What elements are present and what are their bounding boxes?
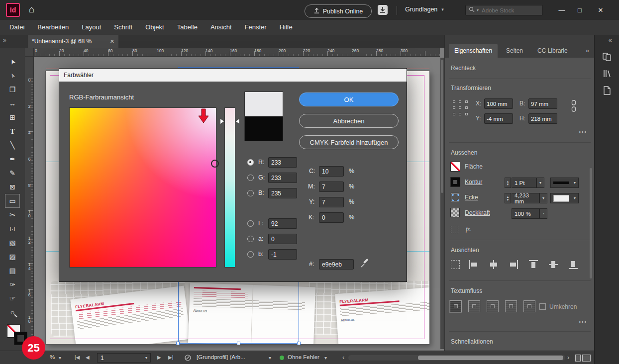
stroke-style-dropdown[interactable]: ▾ [550,178,579,188]
radio-a[interactable] [247,236,254,242]
next-page-button[interactable]: ▶ [157,355,161,360]
ok-button[interactable]: OK [299,92,399,106]
tab-cc-libraries[interactable]: CC Librarie [532,44,573,58]
b-input[interactable] [268,188,297,198]
toolbar-dock-toggle-icon[interactable]: » [3,37,6,44]
opacity-value[interactable]: 100 % [512,208,539,219]
expand-panels-icon[interactable]: « [609,37,612,44]
corner-options-icon[interactable] [451,193,459,201]
note-tool[interactable]: ▤ [5,264,20,277]
document-panel-icon[interactable] [601,85,613,96]
hex-input[interactable] [319,259,354,270]
wrap-bounding-box-icon[interactable] [468,300,480,312]
wrap-object-shape-icon[interactable] [487,300,499,312]
zoom-tool[interactable]: ○ [5,305,20,319]
tab-eigenschaften[interactable]: Eigenschaften [449,44,498,58]
previous-page-button[interactable]: ◀ [86,355,90,360]
l-input[interactable] [268,218,297,229]
menu-item-fenster[interactable]: Fenster [238,20,273,35]
a-input[interactable] [268,234,297,244]
cancel-button[interactable]: Abbrechen [299,114,399,128]
scroll-right-icon[interactable]: › [567,354,569,361]
k-input[interactable] [319,212,344,223]
page-tool[interactable]: ❐ [5,83,20,96]
selection-handle[interactable] [176,342,180,345]
direct-selection-tool[interactable]: ➢ [5,69,20,83]
publish-online-button[interactable]: Publish Online [305,4,372,18]
slider-marker-right[interactable] [236,119,239,124]
slider-marker-left[interactable] [220,119,224,124]
eyedropper-icon[interactable] [360,258,370,270]
stroke-weight-value[interactable]: 1 Pt [512,178,536,188]
x-input[interactable] [484,98,513,109]
align-bottom-icon[interactable] [568,260,578,270]
menu-item-bearbeiten[interactable]: Bearbeiten [31,20,75,35]
menu-item-datei[interactable]: Datei [3,20,31,35]
panel-scrollbar[interactable] [590,168,592,278]
hand-tool[interactable]: ☞ [5,291,20,305]
radio-lab-b[interactable] [247,251,254,258]
add-cmyk-swatch-button[interactable]: CMYK-Farbfeld hinzufügen [299,135,399,149]
corner-radius-value[interactable]: 4,233 mm [512,193,539,203]
opacity-link[interactable]: Deckkraft [465,209,490,216]
pencil-tool[interactable]: ✎ [5,166,20,180]
color-field-cursor[interactable] [211,160,219,168]
search-input[interactable] [481,7,532,14]
radio-b[interactable] [247,190,254,196]
horizontal-scrollbar[interactable] [348,355,565,361]
single-page-view-icon[interactable] [575,355,581,362]
rectangle-tool[interactable]: ▭ [5,194,20,208]
workspace-switcher[interactable]: Grundlagen ▾ [405,6,444,13]
lab-b-input[interactable] [268,249,297,260]
eyedropper-tool[interactable]: ✑ [5,277,20,291]
gradient-swatch-tool[interactable]: ▧ [5,236,20,250]
chevron-down-icon[interactable]: ▾ [324,355,327,361]
corner-style-dropdown[interactable]: ▾ [550,193,579,203]
zoom-level-control[interactable]: % [50,354,55,360]
last-page-button[interactable]: ▶| [168,355,173,360]
maximize-button[interactable]: □ [571,4,588,16]
menu-item-tabelle[interactable]: Tabelle [171,20,204,35]
home-icon[interactable]: ⌂ [29,4,34,15]
radio-r[interactable] [247,159,254,166]
minimize-button[interactable]: — [553,4,570,16]
reference-point-proxy[interactable] [451,98,470,117]
opacity-expand-icon[interactable]: › [539,208,547,219]
scissors-tool[interactable]: ✂ [5,208,20,222]
align-left-icon[interactable] [469,260,479,270]
align-right-icon[interactable] [509,260,518,270]
scrollbar-thumb[interactable] [418,356,563,360]
selection-handle[interactable] [297,342,301,345]
chevron-down-icon[interactable]: ▾ [269,355,271,361]
align-center-v-icon[interactable] [548,260,558,270]
gap-tool[interactable]: ↔ [5,96,20,110]
rectangle-frame-tool[interactable]: ⊠ [5,180,20,194]
stroke-swatch[interactable] [451,178,460,186]
document-tab[interactable]: *Unbenannt-3 @ 68 % ✕ [28,35,118,48]
corner-radius-stepper[interactable]: ▲▼ [505,193,511,203]
y-input[interactable] [484,113,513,124]
y-input[interactable] [319,197,344,207]
selection-tool[interactable]: ➤ [5,55,20,69]
cc-libraries-panel-icon[interactable] [601,68,613,80]
color-field[interactable] [69,107,216,268]
menu-item-layout[interactable]: Layout [75,20,107,35]
fill-swatch[interactable] [451,162,460,171]
menu-item-schrift[interactable]: Schrift [107,20,139,35]
menu-item-hilfe[interactable]: Hilfe [273,20,299,35]
type-tool[interactable]: T [5,124,20,138]
corner-dropdown-icon[interactable]: ▾ [539,193,547,203]
align-center-h-icon[interactable] [489,260,499,270]
radio-l[interactable] [247,220,254,227]
stroke-weight-stepper[interactable]: ▲▼ [505,178,511,188]
scrollbar-thumb[interactable] [441,60,443,193]
pages-panel-icon[interactable] [601,51,613,63]
menu-item-ansicht[interactable]: Ansicht [204,20,238,35]
dialog-titlebar[interactable]: Farbwähler [59,69,407,82]
c-input[interactable] [319,166,344,177]
effects-fx-label[interactable]: fx. [466,226,472,233]
width-input[interactable] [528,98,557,109]
stroke-weight-dropdown-icon[interactable]: ▾ [536,178,544,188]
object-style-icon[interactable] [451,226,458,233]
color-spectrum-slider[interactable] [224,107,235,268]
